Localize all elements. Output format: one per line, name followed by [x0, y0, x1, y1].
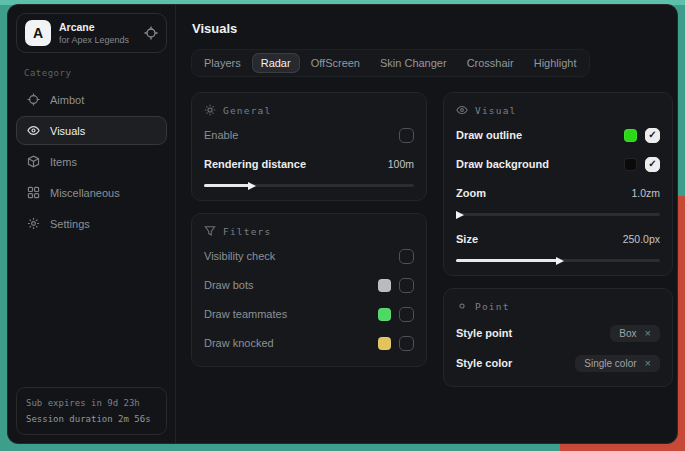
draw-teammates-checkbox[interactable] — [399, 307, 414, 322]
sidebar-item-aimbot[interactable]: Aimbot — [16, 85, 167, 114]
zoom-slider[interactable] — [456, 213, 660, 216]
draw-background-checkbox[interactable] — [645, 157, 660, 172]
draw-background-color-swatch[interactable] — [624, 158, 637, 171]
size-label: Size — [456, 233, 478, 245]
draw-knocked-checkbox[interactable] — [399, 336, 414, 351]
tab-radar[interactable]: Radar — [252, 53, 300, 73]
left-column: General Enable Rendering distance 100m — [191, 92, 427, 379]
tab-crosshair[interactable]: Crosshair — [458, 53, 523, 73]
sidebar-item-label: Items — [50, 156, 77, 168]
rendering-distance-value: 100m — [388, 158, 414, 170]
cube-icon — [27, 155, 40, 168]
draw-knocked-color-swatch[interactable] — [378, 337, 391, 350]
panel-point: Point Style point Box × Style color Sing… — [443, 288, 673, 387]
zoom-value: 1.0zm — [631, 187, 660, 199]
sun-icon — [204, 104, 216, 116]
style-point-value: Box — [619, 328, 636, 339]
grid-icon — [27, 186, 40, 199]
draw-outline-checkbox[interactable] — [645, 128, 660, 143]
page-title: Visuals — [192, 21, 662, 36]
enable-checkbox[interactable] — [399, 128, 414, 143]
panel-title: Point — [475, 301, 510, 312]
visibility-check-label: Visibility check — [204, 250, 275, 262]
panel-title: Filters — [223, 226, 271, 237]
slider-handle[interactable] — [248, 182, 256, 190]
sidebar-item-visuals[interactable]: Visuals — [16, 116, 167, 145]
zoom-label: Zoom — [456, 187, 486, 199]
sidebar-item-items[interactable]: Items — [16, 147, 167, 176]
size-value: 250.0px — [623, 233, 660, 245]
sidebar-item-label: Settings — [50, 218, 90, 230]
tab-offscreen[interactable]: OffScreen — [302, 53, 369, 73]
tab-highlight[interactable]: Highlight — [525, 53, 586, 73]
app-logo: A — [25, 20, 51, 46]
visibility-check-checkbox[interactable] — [399, 249, 414, 264]
panel-visual: Visual Draw outline Draw background — [443, 92, 673, 276]
draw-bots-label: Draw bots — [204, 279, 254, 291]
draw-teammates-label: Draw teammates — [204, 308, 287, 320]
draw-outline-label: Draw outline — [456, 129, 522, 141]
app-header-card: A Arcane for Apex Legends — [16, 13, 167, 53]
app-window: A Arcane for Apex Legends Category Aimbo… — [7, 4, 678, 444]
sidebar-item-label: Visuals — [50, 125, 85, 137]
sidebar-item-label: Aimbot — [50, 94, 84, 106]
main-content: Visuals Players Radar OffScreen Skin Cha… — [176, 5, 677, 443]
sidebar: A Arcane for Apex Legends Category Aimbo… — [8, 5, 176, 443]
style-color-label: Style color — [456, 357, 512, 369]
draw-teammates-color-swatch[interactable] — [378, 308, 391, 321]
size-slider[interactable] — [456, 259, 660, 262]
tab-bar: Players Radar OffScreen Skin Changer Cro… — [191, 49, 590, 77]
slider-handle[interactable] — [556, 257, 564, 265]
sidebar-item-miscellaneous[interactable]: Miscellaneous — [16, 178, 167, 207]
app-subtitle: for Apex Legends — [59, 35, 129, 45]
draw-knocked-label: Draw knocked — [204, 337, 274, 349]
style-color-value: Single color — [584, 358, 636, 369]
gear-icon — [27, 217, 40, 230]
eye-icon — [456, 104, 468, 116]
style-point-select[interactable]: Box × — [610, 325, 660, 342]
category-label: Category — [24, 68, 163, 78]
rendering-distance-label: Rendering distance — [204, 158, 306, 170]
draw-bots-checkbox[interactable] — [399, 278, 414, 293]
subscription-status-card: Sub expires in 9d 23h Session duration 2… — [16, 387, 167, 435]
slider-handle[interactable] — [456, 211, 464, 219]
panel-filters: Filters Visibility check Draw bots — [191, 213, 427, 367]
session-duration-text: Session duration 2m 56s — [26, 411, 157, 427]
panel-title: General — [223, 105, 271, 116]
sidebar-item-label: Miscellaneous — [50, 187, 120, 199]
rendering-distance-slider[interactable] — [204, 184, 414, 187]
remove-icon[interactable]: × — [645, 328, 651, 339]
draw-outline-color-swatch[interactable] — [624, 129, 637, 142]
sub-expires-text: Sub expires in 9d 23h — [26, 395, 157, 411]
tab-skin-changer[interactable]: Skin Changer — [371, 53, 456, 73]
crosshair-icon — [27, 93, 40, 106]
funnel-icon — [204, 225, 216, 237]
style-color-select[interactable]: Single color × — [575, 355, 660, 372]
style-point-label: Style point — [456, 327, 512, 339]
panel-title: Visual — [475, 105, 517, 116]
visuals-icon — [27, 124, 40, 137]
app-name: Arcane — [59, 21, 129, 33]
app-title-block: Arcane for Apex Legends — [59, 21, 129, 45]
scan-icon[interactable] — [144, 26, 158, 40]
dot-icon — [456, 300, 468, 312]
draw-background-label: Draw background — [456, 158, 549, 170]
remove-icon[interactable]: × — [645, 358, 651, 369]
enable-label: Enable — [204, 129, 238, 141]
tab-players[interactable]: Players — [195, 53, 250, 73]
panel-general: General Enable Rendering distance 100m — [191, 92, 427, 201]
sidebar-item-settings[interactable]: Settings — [16, 209, 167, 238]
right-column: Visual Draw outline Draw background — [443, 92, 673, 399]
draw-bots-color-swatch[interactable] — [378, 279, 391, 292]
